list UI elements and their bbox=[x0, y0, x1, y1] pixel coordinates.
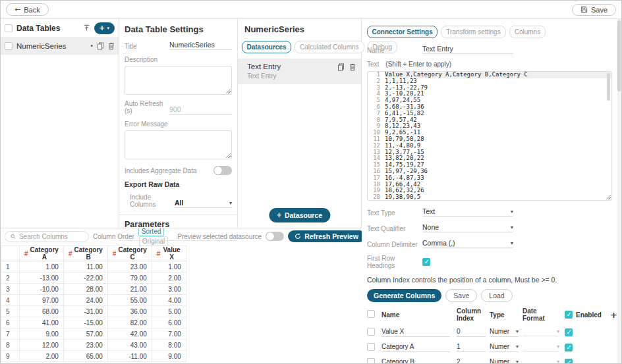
text-entry-editor[interactable]: 1 Value X,Category A,Category B,Category… bbox=[367, 71, 612, 201]
column-name-input[interactable]: Category B bbox=[382, 358, 450, 364]
preview-table-row[interactable]: 1 1.00 11.00 23.00 1.00 bbox=[1, 261, 186, 273]
page-scrollbar[interactable] bbox=[617, 19, 621, 363]
column-type-select[interactable]: Numer ▾ bbox=[490, 358, 519, 364]
cell-value-x: 3.00 bbox=[152, 284, 186, 295]
delete-datasource-button[interactable] bbox=[349, 63, 356, 71]
column-type-select[interactable]: Numer ▾ bbox=[490, 343, 519, 352]
column-name-input[interactable]: Value X bbox=[382, 328, 450, 337]
preview-table-row[interactable]: 6 41.00 -15.00 82.00 6.00 bbox=[1, 317, 186, 328]
preview-table-row[interactable]: 8 12.00 23.00 43.00 8.00 bbox=[1, 340, 186, 351]
tab-transform-settings[interactable]: Transform settings bbox=[441, 26, 505, 38]
aggregate-data-toggle[interactable] bbox=[213, 166, 232, 175]
upload-table-button[interactable] bbox=[83, 24, 90, 32]
text-qualifier-select[interactable]: None ▾ bbox=[422, 223, 513, 232]
back-button[interactable]: ← Back bbox=[6, 3, 49, 16]
line-number: 6 bbox=[368, 104, 385, 111]
first-row-headings-checkbox[interactable] bbox=[422, 258, 430, 266]
preview-column-header[interactable]: # Category C bbox=[107, 246, 152, 261]
column-enabled-checkbox[interactable] bbox=[565, 328, 573, 336]
preview-column-header[interactable]: # Category B bbox=[63, 246, 107, 261]
column-enabled-checkbox[interactable] bbox=[565, 359, 573, 364]
scrollbar-thumb[interactable] bbox=[617, 20, 621, 91]
include-columns-select[interactable]: All ▾ bbox=[175, 199, 232, 208]
title-input[interactable] bbox=[169, 41, 232, 50]
tab-connector-settings[interactable]: Connector Settings bbox=[367, 26, 438, 38]
first-row-headings-label: First Row Headings bbox=[367, 255, 422, 269]
cell-category-a: 97.00 bbox=[20, 295, 64, 306]
error-message-textarea[interactable] bbox=[125, 130, 232, 159]
select-all-tables-checkbox[interactable] bbox=[5, 24, 13, 32]
delete-table-button[interactable] bbox=[108, 42, 115, 50]
preview-datasource-toggle[interactable] bbox=[266, 232, 284, 241]
preview-column-header[interactable]: # Category A bbox=[20, 246, 64, 261]
column-row-checkbox[interactable] bbox=[367, 343, 375, 351]
preview-table-row[interactable]: 7 9.00 57.00 42.00 7.00 bbox=[1, 328, 186, 340]
datasource-name-input[interactable] bbox=[422, 45, 513, 54]
column-index-input[interactable]: 2 bbox=[457, 358, 486, 364]
preview-table-body: 1 1.00 11.00 23.00 1.00 2 -13.00 -22.00 bbox=[1, 261, 186, 362]
editor-line[interactable]: 20 19,38,90,5 bbox=[368, 194, 611, 201]
column-row-checkbox[interactable] bbox=[367, 328, 375, 336]
add-data-table-button[interactable]: + ▾ bbox=[94, 22, 115, 34]
auto-refresh-input[interactable] bbox=[169, 105, 232, 115]
original-button[interactable]: Original bbox=[139, 236, 168, 246]
preview-table-row[interactable]: 3 -10.00 28.00 21.00 3.00 bbox=[1, 284, 186, 295]
column-name-input[interactable]: Category A bbox=[382, 343, 450, 352]
enable-all-checkbox[interactable] bbox=[565, 311, 573, 319]
preview-table-row[interactable]: 2 -13.00 -22.00 79.00 2.00 bbox=[1, 273, 186, 284]
resize-handle-icon[interactable] bbox=[226, 153, 231, 158]
cell-category-a: 2.00 bbox=[20, 351, 64, 362]
preview-column-header[interactable]: # Value X bbox=[152, 246, 186, 261]
tab-columns[interactable]: Columns bbox=[509, 26, 546, 38]
column-definition-row: Category A 1 Numer ▾ ▾ bbox=[367, 340, 612, 355]
description-textarea[interactable] bbox=[125, 66, 232, 95]
resize-handle-icon[interactable] bbox=[606, 195, 611, 199]
cell-category-a: 12.00 bbox=[20, 340, 64, 351]
column-type-select[interactable]: Numer ▾ bbox=[490, 328, 519, 337]
trash-icon bbox=[349, 63, 356, 71]
date-format-select[interactable]: ▾ bbox=[523, 359, 559, 364]
column-header-label: Category C bbox=[118, 246, 146, 261]
column-enabled-checkbox[interactable] bbox=[565, 344, 573, 351]
tab-calculated-columns[interactable]: Calculated Columns bbox=[295, 41, 364, 53]
date-format-select[interactable]: ▾ bbox=[523, 328, 559, 336]
editor-scrollbar[interactable] bbox=[607, 73, 610, 101]
refresh-preview-button[interactable]: Refresh Preview bbox=[288, 230, 362, 242]
text-type-select[interactable]: Text ▾ bbox=[422, 207, 513, 217]
cell-category-c: 43.00 bbox=[107, 340, 152, 351]
preview-table-row[interactable]: 4 97.00 24.00 55.00 4.00 bbox=[1, 295, 186, 306]
generate-columns-button[interactable]: Generate Columns bbox=[367, 289, 441, 302]
column-index-input[interactable]: 1 bbox=[457, 343, 486, 352]
column-header-label: Category B bbox=[74, 246, 102, 261]
column-index-input[interactable]: 0 bbox=[457, 328, 486, 337]
resize-handle-icon[interactable] bbox=[226, 89, 231, 93]
column-delimiter-select[interactable]: Comma (,) ▾ bbox=[422, 239, 513, 248]
select-all-columns-checkbox[interactable] bbox=[367, 310, 375, 318]
table-row-checkbox[interactable] bbox=[5, 42, 13, 50]
load-columns-button[interactable]: Load bbox=[481, 289, 512, 302]
duplicate-table-button[interactable] bbox=[97, 42, 104, 50]
cell-category-c: -11.00 bbox=[107, 351, 152, 362]
row-number: 3 bbox=[1, 284, 20, 295]
add-datasource-button[interactable]: + Datasource bbox=[269, 208, 330, 222]
row-number: 7 bbox=[1, 328, 20, 340]
grid-header-type: Type bbox=[490, 311, 519, 319]
back-arrow-icon: ← bbox=[14, 5, 20, 14]
preview-table-row[interactable]: 5 68.00 -31.00 36.00 5.00 bbox=[1, 306, 186, 317]
save-columns-button[interactable]: Save bbox=[445, 289, 477, 302]
title-field-label: Title bbox=[125, 43, 169, 50]
preview-section: Column Order SortedOriginal Preview sele… bbox=[1, 228, 362, 363]
save-button[interactable]: Save bbox=[572, 4, 616, 16]
duplicate-datasource-button[interactable] bbox=[337, 63, 345, 71]
preview-table-row[interactable]: 9 2.00 65.00 -11.00 9.00 bbox=[1, 351, 186, 362]
chevron-down-icon: ▾ bbox=[516, 328, 519, 334]
datasource-list-item[interactable]: Text Entry Text Entry bbox=[238, 59, 361, 84]
search-columns-box[interactable] bbox=[5, 231, 89, 242]
plus-icon: + bbox=[99, 24, 105, 32]
datasource-item-subtitle: Text Entry bbox=[247, 72, 354, 80]
tab-datasources[interactable]: Datasources bbox=[242, 41, 291, 53]
date-format-select[interactable]: ▾ bbox=[523, 344, 559, 351]
column-row-checkbox[interactable] bbox=[367, 358, 375, 364]
search-columns-input[interactable] bbox=[19, 233, 83, 240]
data-table-list-item[interactable]: NumericSeries • bbox=[1, 37, 119, 55]
